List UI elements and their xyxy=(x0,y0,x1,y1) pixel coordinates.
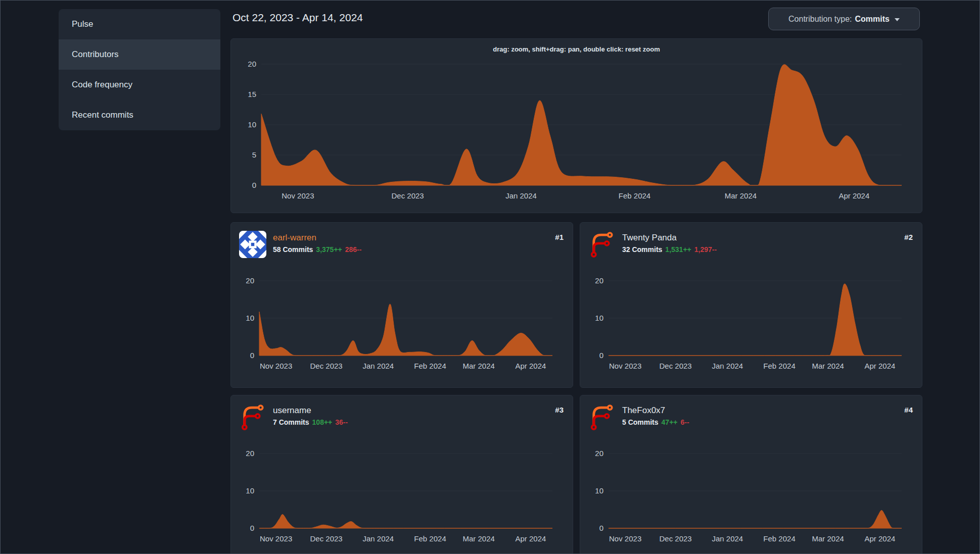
svg-text:Mar 2024: Mar 2024 xyxy=(812,534,844,543)
avatar[interactable] xyxy=(239,404,266,431)
svg-text:20: 20 xyxy=(246,449,254,458)
svg-text:Apr 2024: Apr 2024 xyxy=(864,534,895,543)
contributor-stats: 7 Commits108++36-- xyxy=(273,417,348,428)
commit-count: 58 Commits xyxy=(273,245,313,254)
contributor-name-link[interactable]: username xyxy=(273,405,348,417)
overall-commits-area-chart[interactable]: 05101520Nov 2023Dec 2023Jan 2024Feb 2024… xyxy=(239,56,915,208)
contribution-type-dropdown[interactable]: Contribution type: Commits xyxy=(768,8,920,30)
svg-text:Dec 2023: Dec 2023 xyxy=(391,191,424,200)
additions-count: 3,375++ xyxy=(316,245,342,254)
svg-text:Jan 2024: Jan 2024 xyxy=(362,534,394,543)
deletions-count: 286-- xyxy=(345,245,362,254)
svg-text:20: 20 xyxy=(246,276,254,285)
svg-text:Feb 2024: Feb 2024 xyxy=(619,191,650,200)
svg-text:20: 20 xyxy=(595,276,603,285)
svg-text:0: 0 xyxy=(250,524,254,532)
contribution-type-value: Commits xyxy=(855,15,889,24)
contributor-name-link[interactable]: Twenty Panda xyxy=(622,232,717,244)
rank-badge: #3 xyxy=(555,406,564,414)
additions-count: 108++ xyxy=(312,418,333,426)
overall-commits-card: drag: zoom, shift+drag: pan, double clic… xyxy=(230,38,922,213)
svg-text:15: 15 xyxy=(248,90,256,98)
contributor-stats: 5 Commits47++6-- xyxy=(622,417,689,428)
commit-count: 5 Commits xyxy=(622,418,659,426)
deletions-count: 1,297-- xyxy=(694,245,717,254)
additions-count: 1,531++ xyxy=(665,245,691,254)
svg-text:10: 10 xyxy=(595,486,603,495)
avatar[interactable] xyxy=(239,231,266,258)
contributor-name-link[interactable]: TheFox0x7 xyxy=(622,405,689,417)
svg-text:10: 10 xyxy=(595,314,603,322)
contributor-card-header: TheFox0x7 5 Commits47++6-- #4 xyxy=(580,395,922,431)
sidebar-item-pulse[interactable]: Pulse xyxy=(59,9,220,39)
date-range-title: Oct 22, 2023 - Apr 14, 2024 xyxy=(232,12,363,24)
additions-count: 47++ xyxy=(662,418,678,426)
sidebar-item-recent-commits[interactable]: Recent commits xyxy=(59,100,220,130)
sidebar-item-code-frequency[interactable]: Code frequency xyxy=(59,70,220,100)
activity-sidebar: Pulse Contributors Code frequency Recent… xyxy=(59,9,220,130)
svg-text:Dec 2023: Dec 2023 xyxy=(659,362,691,370)
contributor-stats: 32 Commits1,531++1,297-- xyxy=(622,244,717,255)
svg-text:Mar 2024: Mar 2024 xyxy=(812,362,844,370)
svg-text:Apr 2024: Apr 2024 xyxy=(838,191,869,200)
svg-text:Mar 2024: Mar 2024 xyxy=(725,191,757,200)
svg-text:0: 0 xyxy=(250,351,254,360)
svg-text:Mar 2024: Mar 2024 xyxy=(462,362,494,370)
contribution-type-label: Contribution type: xyxy=(788,15,852,24)
commit-count: 7 Commits xyxy=(273,418,309,426)
contributor-card-4: TheFox0x7 5 Commits47++6-- #4 01020Nov 2… xyxy=(580,395,922,554)
svg-text:Apr 2024: Apr 2024 xyxy=(515,534,546,543)
svg-text:Jan 2024: Jan 2024 xyxy=(712,362,743,370)
deletions-count: 6-- xyxy=(681,418,689,426)
svg-text:Nov 2023: Nov 2023 xyxy=(609,362,641,370)
contributor-name-link[interactable]: earl-warren xyxy=(273,232,361,244)
svg-text:Apr 2024: Apr 2024 xyxy=(515,362,546,370)
contributor-stats: 58 Commits3,375++286-- xyxy=(273,244,361,255)
svg-text:Mar 2024: Mar 2024 xyxy=(462,534,494,543)
svg-text:Dec 2023: Dec 2023 xyxy=(310,534,342,543)
contributor-card-3: username 7 Commits108++36-- #3 01020Nov … xyxy=(230,395,573,554)
svg-text:0: 0 xyxy=(599,524,603,532)
svg-text:10: 10 xyxy=(246,314,254,322)
svg-text:Feb 2024: Feb 2024 xyxy=(763,534,795,543)
contributors-page: { "sidebar": { "items": [ { "label": "Pu… xyxy=(0,0,980,554)
rank-badge: #1 xyxy=(555,233,564,241)
svg-text:Nov 2023: Nov 2023 xyxy=(260,362,292,370)
svg-text:5: 5 xyxy=(252,150,256,159)
rank-badge: #4 xyxy=(904,406,913,414)
svg-text:Feb 2024: Feb 2024 xyxy=(763,362,795,370)
contributor-card-header: Twenty Panda 32 Commits1,531++1,297-- #2 xyxy=(580,223,922,258)
contributor-area-chart[interactable]: 01020Nov 2023Dec 2023Jan 2024Feb 2024Mar… xyxy=(588,273,915,374)
svg-text:20: 20 xyxy=(248,60,256,68)
svg-text:Jan 2024: Jan 2024 xyxy=(362,362,394,370)
svg-text:Nov 2023: Nov 2023 xyxy=(282,191,314,200)
svg-text:Jan 2024: Jan 2024 xyxy=(505,191,537,200)
avatar[interactable] xyxy=(588,231,616,258)
svg-text:0: 0 xyxy=(599,351,603,360)
contributor-card-header: earl-warren 58 Commits3,375++286-- #1 xyxy=(231,223,573,258)
svg-text:Dec 2023: Dec 2023 xyxy=(310,362,342,370)
contributor-area-chart[interactable]: 01020Nov 2023Dec 2023Jan 2024Feb 2024Mar… xyxy=(239,446,566,547)
commit-count: 32 Commits xyxy=(622,245,662,254)
avatar[interactable] xyxy=(588,404,616,431)
contributor-area-chart[interactable]: 01020Nov 2023Dec 2023Jan 2024Feb 2024Mar… xyxy=(239,273,566,374)
deletions-count: 36-- xyxy=(335,418,348,426)
contributor-area-chart[interactable]: 01020Nov 2023Dec 2023Jan 2024Feb 2024Mar… xyxy=(588,446,915,547)
rank-badge: #2 xyxy=(904,233,913,241)
svg-text:10: 10 xyxy=(246,486,254,495)
svg-text:Apr 2024: Apr 2024 xyxy=(864,362,895,370)
contributor-card-header: username 7 Commits108++36-- #3 xyxy=(231,395,573,431)
chevron-down-icon xyxy=(895,18,900,21)
svg-text:Nov 2023: Nov 2023 xyxy=(609,534,641,543)
svg-text:10: 10 xyxy=(248,120,256,129)
sidebar-item-contributors[interactable]: Contributors xyxy=(59,39,220,70)
chart-zoom-hint: drag: zoom, shift+drag: pan, double clic… xyxy=(231,39,922,56)
svg-text:Dec 2023: Dec 2023 xyxy=(659,534,691,543)
svg-text:Nov 2023: Nov 2023 xyxy=(260,534,292,543)
svg-text:Jan 2024: Jan 2024 xyxy=(712,534,743,543)
svg-text:Feb 2024: Feb 2024 xyxy=(414,534,446,543)
svg-text:20: 20 xyxy=(595,449,603,458)
contributor-card-2: Twenty Panda 32 Commits1,531++1,297-- #2… xyxy=(580,222,922,388)
svg-text:Feb 2024: Feb 2024 xyxy=(414,362,446,370)
contributor-card-1: earl-warren 58 Commits3,375++286-- #1 01… xyxy=(230,222,573,388)
